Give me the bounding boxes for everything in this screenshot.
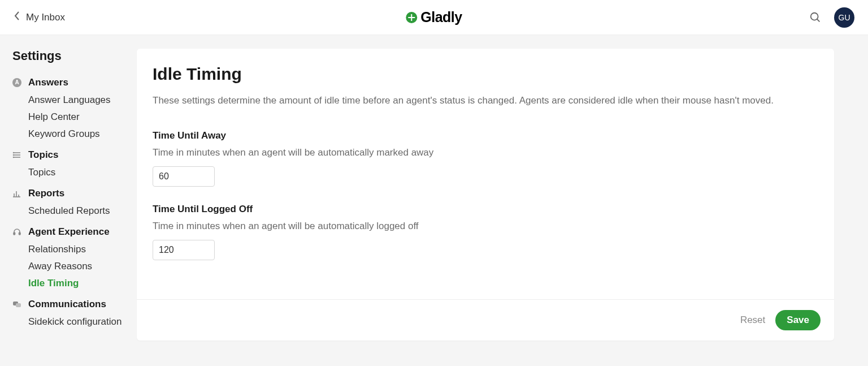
field-time-until-away: Time Until Away Time in minutes when an …: [153, 130, 818, 187]
svg-line-1: [817, 19, 820, 21]
top-header: My Inbox Gladly GU: [0, 0, 868, 35]
nav-item-away-reasons[interactable]: Away Reasons: [11, 258, 137, 275]
back-label: My Inbox: [26, 12, 65, 23]
nav-item-scheduled-reports[interactable]: Scheduled Reports: [11, 203, 137, 219]
nav-header-agent-experience[interactable]: Agent Experience: [11, 223, 137, 241]
nav-item-answer-languages[interactable]: Answer Languages: [11, 92, 137, 109]
time-until-away-input[interactable]: [153, 166, 215, 187]
plus-circle-icon: [406, 12, 417, 23]
svg-text:A: A: [15, 79, 19, 85]
field-label-away: Time Until Away: [153, 130, 818, 141]
reset-button[interactable]: Reset: [740, 315, 765, 326]
nav-header-answers[interactable]: A Answers: [11, 74, 137, 92]
nav-header-label: Agent Experience: [28, 226, 110, 238]
svg-point-7: [14, 153, 14, 153]
topbar-right: GU: [809, 7, 854, 28]
card-body: Idle Timing These settings determine the…: [137, 49, 834, 299]
nav-item-idle-timing[interactable]: Idle Timing: [11, 275, 137, 292]
sidebar-title: Settings: [11, 49, 137, 63]
nav-header-topics[interactable]: Topics: [11, 146, 137, 164]
field-label-logoff: Time Until Logged Off: [153, 204, 818, 215]
field-help-logoff: Time in minutes when an agent will be au…: [153, 221, 818, 232]
nav-item-topics[interactable]: Topics: [11, 164, 137, 181]
nav-header-reports[interactable]: Reports: [11, 184, 137, 203]
nav-group-communications: Communications Sidekick configuration: [11, 295, 137, 330]
nav-item-sidekick-config[interactable]: Sidekick configuration: [11, 313, 137, 330]
field-help-away: Time in minutes when an agent will be au…: [153, 147, 818, 158]
page-title: Idle Timing: [153, 64, 818, 84]
chat-icon: [12, 300, 21, 309]
save-button[interactable]: Save: [775, 310, 821, 330]
back-my-inbox-link[interactable]: My Inbox: [14, 11, 65, 24]
nav-item-help-center[interactable]: Help Center: [11, 109, 137, 126]
nav-header-label: Reports: [28, 188, 64, 199]
card-footer: Reset Save: [137, 299, 834, 341]
nav-header-label: Answers: [28, 77, 68, 88]
nav-item-keyword-groups[interactable]: Keyword Groups: [11, 126, 137, 143]
nav-item-relationships[interactable]: Relationships: [11, 241, 137, 258]
user-avatar[interactable]: GU: [834, 7, 854, 28]
svg-rect-15: [19, 232, 21, 235]
nav-header-label: Communications: [28, 299, 106, 310]
nav-header-communications[interactable]: Communications: [11, 295, 137, 313]
headset-icon: [12, 227, 21, 236]
nav-group-reports: Reports Scheduled Reports: [11, 184, 137, 219]
page-body: Settings A Answers Answer Languages Help…: [0, 35, 868, 354]
search-icon[interactable]: [809, 11, 822, 24]
main-content: Idle Timing These settings determine the…: [137, 49, 868, 341]
brand-logo[interactable]: Gladly: [406, 9, 462, 25]
brand-name: Gladly: [420, 9, 462, 25]
nav-group-agent-experience: Agent Experience Relationships Away Reas…: [11, 223, 137, 292]
svg-rect-17: [16, 303, 21, 307]
settings-sidebar: Settings A Answers Answer Languages Help…: [11, 49, 137, 341]
chevron-left-icon: [14, 11, 20, 24]
settings-card: Idle Timing These settings determine the…: [137, 49, 834, 341]
page-description: These settings determine the amount of i…: [153, 94, 818, 107]
svg-point-9: [14, 157, 14, 158]
time-until-logged-off-input[interactable]: [153, 240, 215, 260]
nav-group-answers: A Answers Answer Languages Help Center K…: [11, 74, 137, 143]
avatar-initials: GU: [839, 13, 850, 22]
field-time-until-logged-off: Time Until Logged Off Time in minutes wh…: [153, 204, 818, 260]
svg-rect-14: [14, 232, 15, 235]
svg-point-0: [811, 12, 818, 20]
nav-group-topics: Topics Topics: [11, 146, 137, 181]
svg-point-8: [14, 155, 14, 156]
answers-icon: A: [12, 78, 21, 87]
nav-header-label: Topics: [28, 149, 59, 161]
reports-icon: [12, 189, 21, 198]
topics-icon: [12, 150, 21, 160]
